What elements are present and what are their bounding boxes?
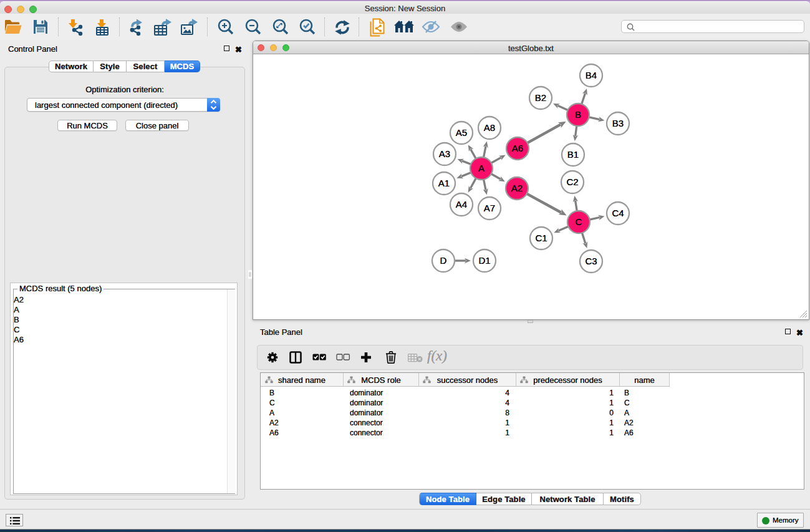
- svg-text:A7: A7: [484, 203, 495, 213]
- svg-text:B3: B3: [612, 118, 624, 128]
- svg-text:A8: A8: [484, 122, 495, 133]
- svg-text:B1: B1: [567, 149, 579, 160]
- svg-text:A5: A5: [456, 127, 467, 138]
- svg-text:C2: C2: [566, 177, 578, 187]
- svg-text:D: D: [440, 255, 447, 266]
- svg-text:A6: A6: [512, 143, 523, 153]
- svg-text:A2: A2: [511, 183, 523, 193]
- svg-text:B2: B2: [535, 92, 546, 103]
- svg-text:C1: C1: [535, 233, 547, 243]
- svg-text:C: C: [576, 216, 582, 227]
- svg-text:B4: B4: [586, 70, 597, 80]
- svg-text:A1: A1: [438, 178, 450, 188]
- svg-text:B: B: [575, 109, 581, 120]
- svg-text:A4: A4: [456, 199, 467, 210]
- svg-text:C3: C3: [585, 256, 597, 266]
- svg-text:A3: A3: [439, 148, 450, 159]
- svg-text:D1: D1: [478, 255, 490, 266]
- svg-text:C4: C4: [612, 208, 624, 218]
- svg-text:A: A: [478, 163, 485, 173]
